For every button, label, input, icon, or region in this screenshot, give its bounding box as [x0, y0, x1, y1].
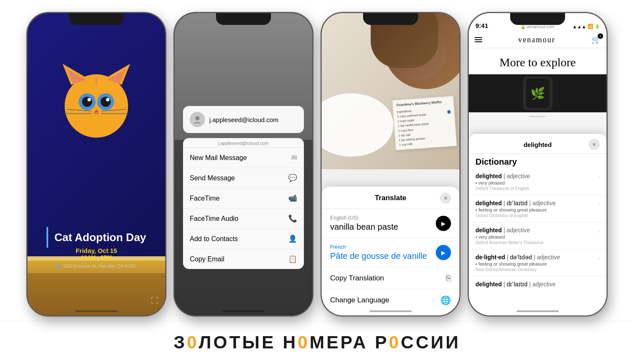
svg-point-26 — [195, 116, 199, 120]
translate-close-button[interactable]: ✕ — [440, 193, 451, 204]
entry5-word: delighted — [476, 281, 502, 288]
entry4-source: New Oxford American Dictionary — [476, 267, 598, 272]
phone-4-screen: 9:41 🔒 venamour.com ▲▲▲ 📶 🔋 — [469, 13, 607, 315]
entry2-def: • feeling or showing great pleasure — [476, 207, 598, 212]
entry2-phonetic: dɪˈlaɪtɪd — [507, 200, 527, 206]
phone-1-screen: Cat Adoption Day Friday, Oct 15 11AM - 6… — [27, 13, 165, 315]
entry3-def: • very pleased — [476, 234, 598, 239]
cat-event-day: Friday, Oct 15 — [27, 247, 165, 254]
menu-item-send-message[interactable]: Send Message 💬 — [183, 168, 304, 188]
banner-text: З0ЛОТЫЕ Н0МЕРА Р0ССИИ — [174, 332, 461, 353]
phone-3-content: Grandma's Blueberry Muffin Ingredients: … — [322, 13, 459, 315]
phone-2-screen: j.appleseed@icloud.com j.appleseed@iclou… — [175, 13, 312, 315]
email-header-card[interactable]: j.appleseed@icloud.com — [183, 106, 304, 133]
recipe-text: Ingredients: 2 cups softened butter 1 cu… — [397, 106, 453, 147]
copy-translation-icon: ⎘ — [446, 273, 451, 283]
svg-point-17 — [82, 97, 92, 107]
browser-nav: venamour 🛒 0 — [469, 32, 607, 48]
entry2-word: delighted — [476, 200, 502, 206]
menu-item-facetime-audio[interactable]: FaceTime Audio 📞 — [183, 209, 304, 229]
entry1-source: Oxford Thesaurus of English — [476, 186, 598, 191]
notch-3 — [363, 13, 418, 25]
notch-2 — [216, 13, 271, 25]
phone-1: Cat Adoption Day Friday, Oct 15 11AM - 6… — [27, 12, 166, 316]
home-indicator-1 — [75, 310, 118, 312]
hamburger-menu[interactable] — [475, 37, 482, 42]
dict-section-title: Dictionary — [469, 154, 607, 168]
facetime-audio-icon: 📞 — [288, 214, 297, 223]
dict-word-header: delighted — [524, 141, 552, 148]
copy-translation-button[interactable]: Copy Translation ⎘ — [322, 267, 459, 289]
dict-chevron-4: › — [598, 255, 600, 261]
svg-point-18 — [101, 97, 111, 107]
website-label: 🔒 venamour.com — [521, 24, 554, 29]
entry3-source: Oxford American Writer's Thesaurus — [476, 240, 598, 245]
power-button — [165, 89, 166, 114]
target-text: Pâte de gousse de vanille — [330, 251, 427, 261]
copy-email-icon: 📋 — [288, 255, 297, 263]
svg-point-20 — [106, 98, 109, 101]
banner-zero-1: 0 — [187, 332, 199, 352]
dictionary-panel: delighted ✕ Dictionary delighted — [469, 134, 607, 315]
translate-panel: Translate ✕ English (US) vanilla bean pa… — [322, 187, 459, 315]
bottom-banner: З0ЛОТЫЕ Н0МЕРА Р0ССИИ — [0, 321, 634, 363]
target-section: French Pâte de gousse de vanille ▶ — [322, 238, 459, 267]
explore-title: More to explore — [469, 48, 607, 74]
home-indicator-4 — [516, 310, 559, 312]
send-message-icon: 💬 — [288, 174, 297, 182]
entry1-word: delighted — [476, 173, 502, 179]
dict-entry-5[interactable]: delighted | dɪˈlaɪtɪd | adjective — [469, 277, 607, 293]
home-indicator-2 — [222, 310, 265, 312]
source-lang-label: English (US) — [330, 215, 398, 221]
dict-entry-4[interactable]: de·light·ed | də'lɪdəd | adjective • fee… — [469, 250, 607, 277]
entry1-type: adjective — [507, 173, 530, 179]
target-lang-label: French — [330, 244, 427, 250]
target-play-button[interactable]: ▶ — [436, 245, 451, 260]
home-indicator-3 — [369, 310, 412, 312]
new-mail-icon: ✉ — [291, 153, 297, 162]
entry1-def: • very pleased — [476, 180, 598, 185]
cat-event-address: 5433 Emerson St, Palo Alto, CA 94301 — [63, 264, 136, 269]
menu-label-send-message: Send Message — [190, 174, 235, 182]
add-contacts-icon: 👤 — [288, 234, 297, 243]
menu-item-add-contacts[interactable]: Add to Contacts 👤 — [183, 229, 304, 249]
source-section: English (US) vanilla bean paste ▶ — [322, 209, 459, 238]
source-play-button[interactable]: ▶ — [436, 216, 451, 231]
cart-button[interactable]: 🛒 0 — [591, 35, 601, 44]
notch-4 — [510, 13, 565, 25]
dict-entries-list: delighted | adjective • very pleased Oxf… — [469, 168, 607, 315]
cart-badge: 0 — [598, 33, 603, 39]
main-container: Cat Adoption Day Friday, Oct 15 11AM - 6… — [0, 0, 634, 364]
status-icons: ▲▲▲ 📶 🔋 — [572, 24, 600, 29]
dict-entry-3[interactable]: delighted | adjective • very pleased Oxf… — [469, 223, 607, 250]
dict-entry-1[interactable]: delighted | adjective • very pleased Oxf… — [469, 168, 607, 196]
phone-2-content: j.appleseed@icloud.com j.appleseed@iclou… — [175, 13, 312, 315]
phone-4-content: 9:41 🔒 venamour.com ▲▲▲ 📶 🔋 — [469, 13, 607, 315]
phone-3-screen: Grandma's Blueberry Muffin Ingredients: … — [322, 13, 459, 315]
dict-entry-2[interactable]: delighted | dɪˈlaɪtɪd | adjective • feel… — [469, 196, 607, 223]
menu-label-facetime: FaceTime — [190, 195, 220, 202]
translate-panel-title: Translate — [375, 194, 407, 202]
source-text: vanilla bean paste — [330, 222, 398, 232]
entry2-source: Oxford Dictionary of English — [476, 213, 598, 218]
phone-4: 9:41 🔒 venamour.com ▲▲▲ 📶 🔋 — [468, 12, 607, 316]
fullscreen-icon: ⛶ — [151, 296, 158, 305]
entry5-phonetic: dɪˈlaɪtɪd — [507, 281, 527, 288]
entry3-type: adjective — [507, 227, 530, 234]
banner-zero-3: 0 — [389, 332, 401, 352]
menu-item-copy-email[interactable]: Copy Email 📋 — [183, 249, 304, 269]
cat-event-title: Cat Adoption Day — [55, 231, 146, 244]
dict-chevron-1: › — [598, 174, 600, 180]
menu-item-new-mail[interactable]: New Mail Message ✉ — [183, 148, 304, 168]
entry2-type: adjective — [532, 200, 555, 206]
dict-chevron-2: › — [598, 201, 600, 207]
banner-zero-2: 0 — [298, 332, 309, 352]
entry4-type: adjective — [537, 254, 560, 261]
dict-close-button[interactable]: ✕ — [589, 139, 600, 150]
svg-point-19 — [87, 98, 91, 101]
notch-1 — [69, 13, 124, 25]
email-context-menu: j.appleseed@icloud.com New Mail Message … — [183, 138, 304, 269]
phone-3: Grandma's Blueberry Muffin Ingredients: … — [321, 12, 460, 316]
menu-email-label: j.appleseed@icloud.com — [183, 138, 304, 148]
menu-item-facetime[interactable]: FaceTime 📹 — [183, 188, 304, 209]
